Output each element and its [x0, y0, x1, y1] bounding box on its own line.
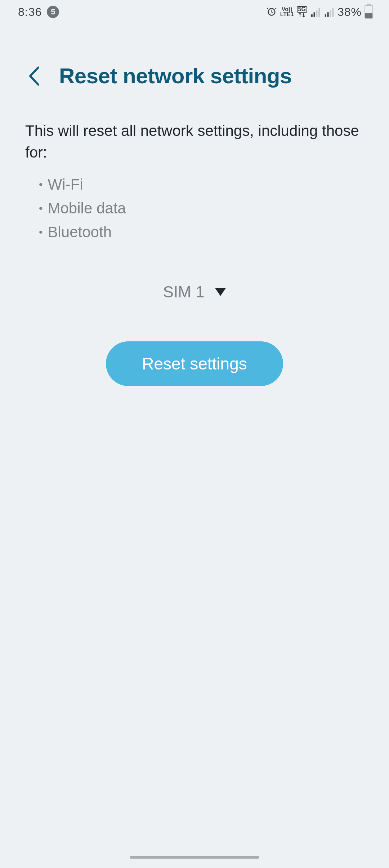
list-item-label: Wi-Fi — [48, 173, 83, 196]
sim-selector-label: SIM 1 — [163, 283, 205, 301]
bullet-dot-icon: • — [39, 173, 43, 196]
page-title: Reset network settings — [59, 63, 292, 88]
list-item-label: Mobile data — [48, 196, 126, 220]
dropdown-triangle-icon — [215, 288, 226, 296]
battery-percent: 38% — [337, 5, 362, 19]
status-bar: 8:36 5 Vo)) LTE1 5G 38% — [0, 0, 389, 24]
page-header: Reset network settings — [0, 24, 389, 88]
signal-1-icon — [310, 7, 321, 17]
description-text: This will reset all network settings, in… — [0, 88, 389, 163]
status-bar-left: 8:36 5 — [18, 5, 59, 19]
chevron-left-icon — [28, 66, 40, 86]
signal-2-icon — [324, 7, 335, 17]
alarm-icon — [266, 6, 277, 18]
notification-count-badge: 5 — [47, 6, 59, 18]
bullet-dot-icon: • — [39, 196, 43, 220]
reset-settings-button[interactable]: Reset settings — [106, 341, 283, 386]
network-5g-icon: 5G — [297, 6, 307, 18]
nav-handle[interactable] — [130, 856, 259, 859]
back-button[interactable] — [25, 65, 43, 87]
list-item: • Bluetooth — [39, 220, 389, 244]
status-bar-right: Vo)) LTE1 5G 38% — [266, 5, 373, 19]
status-time: 8:36 — [18, 5, 42, 19]
sim-selector[interactable]: SIM 1 — [0, 283, 389, 301]
bullet-dot-icon: • — [39, 220, 43, 244]
bullet-list: • Wi-Fi • Mobile data • Bluetooth — [0, 163, 389, 244]
battery-icon — [365, 5, 373, 19]
volte-icon: Vo)) LTE1 — [280, 7, 294, 17]
list-item-label: Bluetooth — [48, 220, 112, 244]
list-item: • Wi-Fi — [39, 173, 389, 196]
list-item: • Mobile data — [39, 196, 389, 220]
